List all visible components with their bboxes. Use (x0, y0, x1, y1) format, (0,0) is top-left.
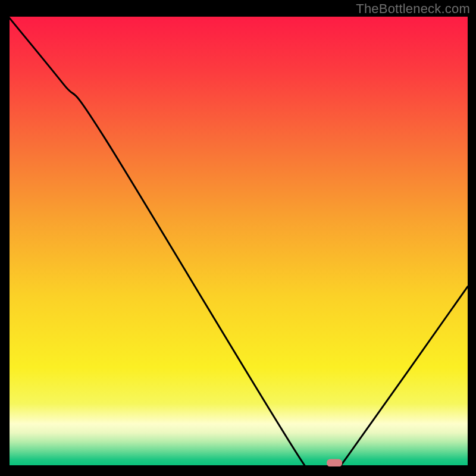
gradient-background (8, 17, 468, 466)
bottleneck-chart (8, 17, 468, 466)
optimal-marker (327, 459, 342, 466)
chart-frame: TheBottleneck.com (0, 0, 476, 476)
watermark-text: TheBottleneck.com (356, 1, 470, 17)
plot-area (8, 17, 468, 466)
